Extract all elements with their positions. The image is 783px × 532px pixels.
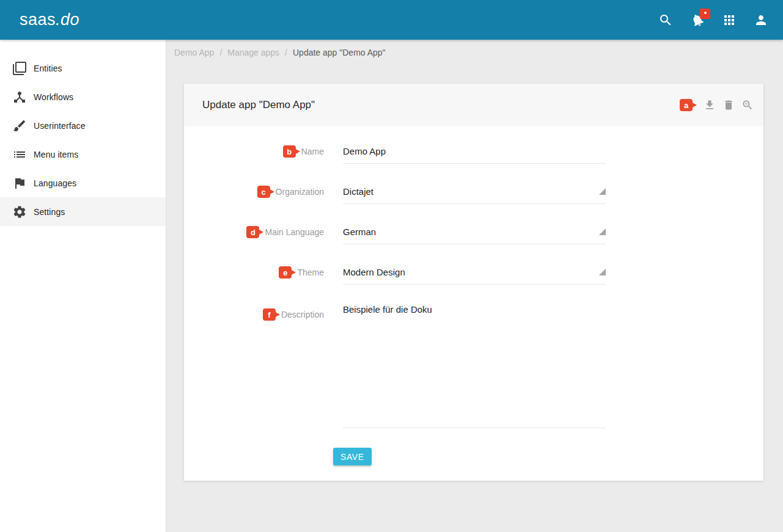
description-value: Beispiele für die Doku — [343, 303, 606, 316]
topbar: saas.do — [0, 0, 783, 40]
field-row-theme: e Theme Modern Design — [184, 257, 606, 285]
organization-value: Dictajet — [343, 185, 606, 198]
name-label: Name — [301, 147, 324, 156]
dropdown-arrow-icon — [599, 269, 606, 275]
theme-select[interactable]: Modern Design — [343, 257, 606, 285]
sidebar-item-entities[interactable]: Entities — [0, 54, 166, 82]
annotation-marker-b: b — [283, 145, 296, 158]
main-language-label: Main Language — [265, 227, 324, 237]
breadcrumb-separator: / — [219, 48, 222, 57]
sidebar-item-label: Settings — [34, 207, 65, 217]
breadcrumb-item-demo-app[interactable]: Demo App — [174, 48, 214, 57]
breadcrumb: Demo App / Manage apps / Update app "Dem… — [174, 48, 386, 57]
app-screen: saas.do Entities — [0, 0, 783, 532]
sidebar-item-label: Menu items — [34, 150, 78, 159]
sidebar-item-menu-items[interactable]: Menu items — [0, 140, 166, 169]
description-textarea[interactable]: Beispiele für die Doku — [343, 294, 606, 428]
save-button[interactable]: SAVE — [333, 448, 372, 465]
main-language-value: German — [343, 225, 606, 238]
menu-items-icon — [12, 147, 27, 162]
breadcrumb-item-manage-apps[interactable]: Manage apps — [227, 48, 279, 57]
annotation-marker-d: d — [246, 226, 259, 238]
sidebar-item-settings[interactable]: Settings — [0, 197, 166, 226]
card-header: Update app "Demo App" a — [184, 84, 763, 126]
download-icon[interactable] — [704, 99, 716, 111]
card-title: Update app "Demo App" — [202, 84, 315, 126]
field-row-name: b Name Demo App — [184, 136, 606, 164]
description-label: Description — [281, 310, 324, 319]
dropdown-arrow-icon — [599, 188, 606, 195]
settings-icon — [12, 205, 27, 219]
sidebar-item-userinterface[interactable]: Userinterface — [0, 111, 166, 140]
sidebar-item-label: Workflows — [34, 92, 73, 102]
sidebar-item-label: Languages — [34, 178, 76, 188]
zoom-in-icon[interactable] — [741, 99, 754, 111]
logo-prefix: saas — [20, 10, 56, 29]
topbar-actions — [658, 13, 768, 27]
sidebar-item-languages[interactable]: Languages — [0, 169, 166, 197]
delete-icon[interactable] — [722, 99, 735, 111]
notification-badge — [700, 9, 710, 19]
field-label-col: b Name — [184, 136, 343, 164]
annotation-marker-c: c — [257, 186, 270, 198]
content-area: Demo App / Manage apps / Update app "Dem… — [166, 40, 783, 532]
update-app-card: Update app "Demo App" a — [184, 84, 763, 481]
languages-icon — [12, 176, 27, 191]
field-label-col: d Main Language — [184, 216, 343, 244]
app-logo: saas.do — [20, 10, 79, 29]
entities-icon — [12, 61, 27, 76]
name-input[interactable]: Demo App — [343, 136, 606, 164]
field-label-col: c Organization — [184, 176, 343, 204]
sidebar: Entities Workflows Userinterface Menu it… — [0, 40, 166, 532]
notification-badge-dot — [704, 12, 707, 14]
field-row-organization: c Organization Dictajet — [184, 176, 606, 204]
field-row-main-language: d Main Language German — [184, 216, 606, 244]
account-icon[interactable] — [754, 13, 768, 27]
notifications-bell-icon[interactable] — [690, 13, 705, 27]
name-value: Demo App — [343, 145, 606, 158]
logo-suffix: .do — [56, 10, 79, 29]
annotation-marker-a: a — [680, 99, 693, 111]
card-toolbar: a — [680, 84, 754, 126]
workflows-icon — [12, 90, 27, 104]
field-label-col: f Description — [184, 294, 343, 321]
apps-grid-icon[interactable] — [722, 13, 737, 27]
sidebar-item-label: Entities — [34, 64, 62, 73]
organization-label: Organization — [276, 187, 324, 197]
card-body: b Name Demo App c Organization Dictajet — [184, 126, 763, 481]
sidebar-item-label: Userinterface — [34, 121, 86, 131]
sidebar-item-workflows[interactable]: Workflows — [0, 82, 166, 111]
breadcrumb-item-current: Update app "Demo App" — [293, 48, 386, 57]
dropdown-arrow-icon — [599, 228, 606, 235]
organization-select[interactable]: Dictajet — [343, 176, 606, 204]
userinterface-icon — [12, 118, 27, 133]
theme-value: Modern Design — [343, 266, 606, 279]
field-label-col: e Theme — [184, 257, 343, 285]
annotation-marker-e: e — [279, 266, 292, 279]
main-language-select[interactable]: German — [343, 216, 606, 244]
annotation-marker-f: f — [263, 308, 276, 321]
breadcrumb-separator: / — [285, 48, 287, 57]
theme-label: Theme — [297, 268, 324, 277]
search-icon[interactable] — [658, 13, 673, 27]
field-row-description: f Description Beispiele für die Doku — [184, 294, 606, 428]
